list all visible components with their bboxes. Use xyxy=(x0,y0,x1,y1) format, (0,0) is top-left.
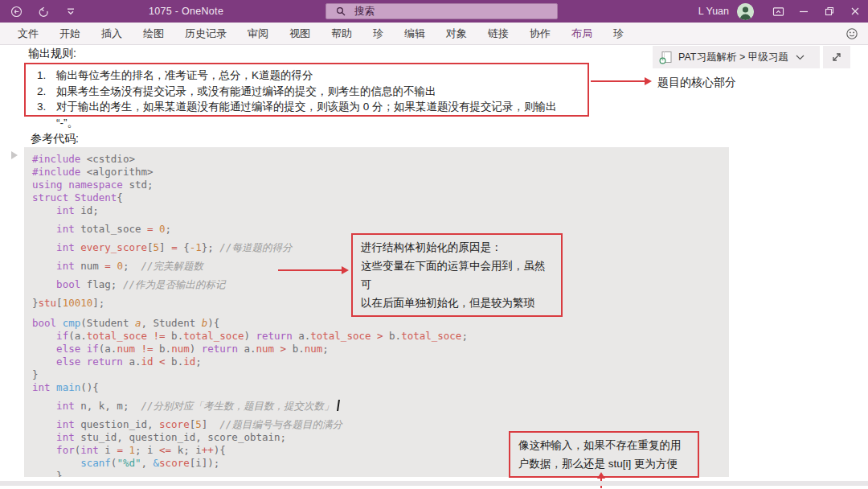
titlebar: 1075 - OneNote 搜索 L Yuan xyxy=(0,0,868,23)
annotation-line: 以在后面单独初始化，但是较为繁琐 xyxy=(361,294,553,312)
restore-button[interactable] xyxy=(817,0,842,23)
bottom-edge-strip xyxy=(0,481,868,486)
input-annotation-box: 像这种输入，如果不存在重复的用户数据，那么还是 stu[i] 更为方便 xyxy=(509,431,699,478)
breadcrumb[interactable]: PAT习题解析 > 甲级习题 xyxy=(653,46,820,68)
search-input[interactable]: 搜索 xyxy=(326,3,558,19)
rules-heading: 输出规则: xyxy=(28,47,76,61)
user-name[interactable]: L Yuan xyxy=(698,6,729,17)
page-content: 输出规则: 1.输出每位考生的排名，准考证号，总分，K道题的得分2.如果考生全场… xyxy=(0,45,868,488)
feedback-smiley-icon[interactable] xyxy=(845,27,858,43)
struct-annotation-box: 进行结构体初始化的原因是：这些变量在下面的运算中会用到，虽然可以在后面单独初始化… xyxy=(351,233,563,317)
window-title: 1075 - OneNote xyxy=(149,0,223,23)
ribbon-tab-珍-14[interactable]: 珍 xyxy=(603,23,634,44)
arrowhead-input xyxy=(597,472,605,479)
ribbon-tab-插入-2[interactable]: 插入 xyxy=(91,23,133,44)
ribbon-tab-开始-1[interactable]: 开始 xyxy=(49,23,91,44)
ribbon-tab-绘图-3[interactable]: 绘图 xyxy=(133,23,174,44)
code-line: #include <algorithm> xyxy=(32,166,729,179)
arrowhead-struct xyxy=(342,266,349,274)
ribbon-tab-文件-0[interactable]: 文件 xyxy=(7,23,49,44)
ribbon-tab-协作-12[interactable]: 协作 xyxy=(519,23,561,44)
ribbon: 文件开始插入绘图历史记录审阅视图帮助珍编辑对象链接协作布局珍 xyxy=(0,23,868,45)
ribbon-tab-布局-13[interactable]: 布局 xyxy=(561,23,603,44)
core-annotation-label: 题目的核心部分 xyxy=(657,76,736,90)
code-line: } xyxy=(32,368,729,381)
text-cursor xyxy=(337,400,340,411)
rule-item: 1.输出每位考生的排名，准考证号，总分，K道题的得分 xyxy=(37,68,579,84)
quick-access-customize-icon[interactable] xyxy=(64,5,77,18)
ribbon-display-options-icon[interactable] xyxy=(765,0,791,23)
chevron-down-icon xyxy=(796,55,805,60)
back-icon[interactable] xyxy=(10,5,23,18)
notebook-sync-icon xyxy=(659,51,673,64)
code-line: int id; xyxy=(32,204,729,217)
code-line: struct Student{ xyxy=(32,191,729,204)
arrowhead-core xyxy=(645,77,652,85)
code-line: int n, k, m; //分别对应「考生数，题目数，提交次数」 xyxy=(32,400,729,413)
search-icon xyxy=(334,5,347,18)
paragraph-handle-icon[interactable] xyxy=(11,151,18,159)
minimize-button[interactable] xyxy=(791,0,817,23)
search-placeholder: 搜索 xyxy=(354,5,375,18)
ribbon-tab-审阅-5[interactable]: 审阅 xyxy=(237,23,279,44)
ribbon-tab-视图-6[interactable]: 视图 xyxy=(279,23,321,44)
ribbon-tab-历史记录-4[interactable]: 历史记录 xyxy=(174,23,237,44)
ribbon-tab-珍-8[interactable]: 珍 xyxy=(362,23,394,44)
code-heading: 参考代码: xyxy=(31,132,79,146)
breadcrumb-path: PAT习题解析 > 甲级习题 xyxy=(678,51,788,64)
ribbon-tab-链接-11[interactable]: 链接 xyxy=(477,23,519,44)
undo-icon[interactable] xyxy=(37,5,50,18)
code-line: using namespace std; xyxy=(32,179,729,191)
code-line: #include <cstdio> xyxy=(32,153,729,166)
expand-page-icon[interactable] xyxy=(823,46,850,68)
annotation-line: 户数据，那么还是 stu[i] 更为方便 xyxy=(518,454,690,473)
ribbon-tabs: 文件开始插入绘图历史记录审阅视图帮助珍编辑对象链接协作布局珍 xyxy=(7,23,634,44)
code-line: else return a.id < b.id; xyxy=(32,355,729,368)
code-line: int main(){ xyxy=(32,381,729,394)
ribbon-tab-对象-10[interactable]: 对象 xyxy=(436,23,477,44)
code-line: if(a.total_soce != b.total_soce) return … xyxy=(32,330,729,343)
annotation-line: 进行结构体初始化的原因是： xyxy=(361,238,553,257)
arrow-line-core xyxy=(591,80,645,82)
code-line: bool cmp(Student a, Student b){ xyxy=(32,317,729,330)
annotation-line: 像这种输入，如果不存在重复的用 xyxy=(518,436,690,454)
ribbon-tab-编辑-9[interactable]: 编辑 xyxy=(394,23,436,44)
code-line: else if(a.num != b.num) return a.num > b… xyxy=(32,343,729,355)
avatar[interactable] xyxy=(737,3,754,20)
close-button[interactable] xyxy=(842,0,868,23)
annotation-line: 这些变量在下面的运算中会用到，虽然可 xyxy=(361,257,553,294)
code-line: int question_id, score[5] //题目编号与各题目的满分 xyxy=(32,418,729,431)
ribbon-tab-帮助-7[interactable]: 帮助 xyxy=(321,23,362,44)
rules-annotation-box: 1.输出每位考生的排名，准考证号，总分，K道题的得分2.如果考生全场没有提交记录… xyxy=(24,63,589,117)
rule-item: 3.对于输出的考生，如果某道题没有能通过编译的提交，则该题为 0 分；如果某道题… xyxy=(37,99,579,130)
rule-item: 2.如果考生全场没有提交记录，或没有能通过编译的提交，则考生的信息的不输出 xyxy=(37,84,579,100)
arrow-line-struct xyxy=(278,269,342,271)
